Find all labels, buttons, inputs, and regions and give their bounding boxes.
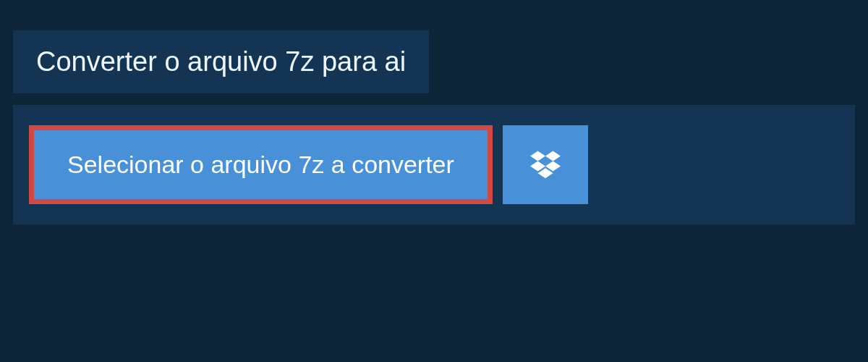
tab-convert-7z-to-ai[interactable]: Converter o arquivo 7z para ai: [13, 30, 429, 93]
converter-panel: Selecionar o arquivo 7z a converter: [13, 105, 855, 224]
tab-bar: Converter o arquivo 7z para ai: [0, 0, 868, 93]
select-file-button[interactable]: Selecionar o arquivo 7z a converter: [29, 125, 493, 204]
dropbox-button[interactable]: [503, 125, 588, 204]
dropbox-icon: [530, 148, 561, 182]
tab-title: Converter o arquivo 7z para ai: [36, 46, 406, 77]
select-file-label: Selecionar o arquivo 7z a converter: [67, 151, 454, 179]
